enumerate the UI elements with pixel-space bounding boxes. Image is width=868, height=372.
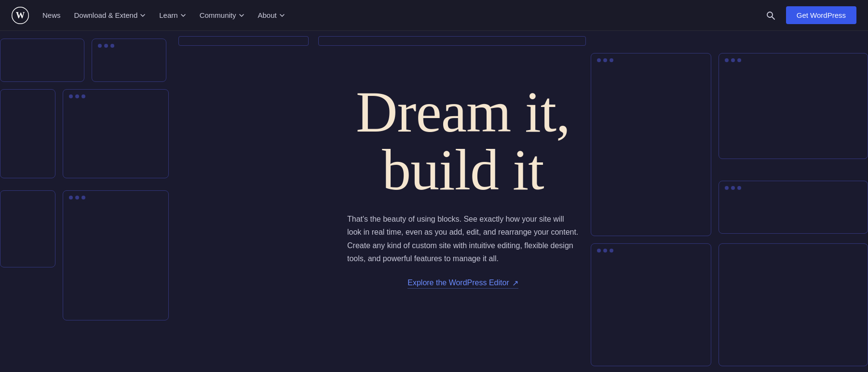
card-outline [0,89,55,178]
search-icon [766,11,775,20]
card-dots [725,186,741,190]
card-outline [591,243,711,366]
card-dot [603,58,607,62]
card-dot [731,186,735,190]
main-nav: W News Download & Extend Learn Community [0,0,868,31]
nav-item-about[interactable]: About [258,9,285,21]
chevron-down-icon [180,13,186,18]
hero-description: That's the beauty of using blocks. See e… [347,213,579,265]
card-dot [737,186,741,190]
hero-title: Dream it, build it [347,83,579,199]
search-button[interactable] [763,8,778,23]
hero-content: Dream it, build it That's the beauty of … [347,83,579,289]
card-dot [69,196,73,199]
card-dots [597,58,613,62]
card-dots [597,249,613,252]
card-outline [719,53,868,159]
card-dot [81,94,85,98]
card-dot [597,58,601,62]
card-dot [603,249,607,252]
card-dots [98,44,114,48]
card-dot [610,249,613,252]
nav-right: Get WordPress [763,6,856,24]
card-dot [731,58,735,62]
svg-line-3 [772,17,774,19]
chevron-down-icon [279,13,285,18]
card-outline [318,36,586,46]
card-dot [737,58,741,62]
card-outline [591,53,711,236]
card-outline [63,89,169,178]
card-dot [75,94,79,98]
card-outline [719,243,868,366]
chevron-down-icon [140,13,146,18]
nav-left: W News Download & Extend Learn Community [12,7,285,24]
card-outline [0,190,55,267]
card-dot [725,58,729,62]
card-dot [75,196,79,199]
wp-logo[interactable]: W [12,7,29,24]
card-outline [719,181,868,234]
card-dot [81,196,85,199]
card-dots [725,58,741,62]
svg-point-2 [767,12,773,17]
nav-item-download[interactable]: Download & Extend [74,9,146,21]
svg-text:W: W [16,10,25,20]
nav-item-learn[interactable]: Learn [159,9,186,21]
card-dot [610,58,613,62]
card-dot [69,94,73,98]
card-dot [98,44,102,48]
card-outline [178,36,309,46]
card-dot [110,44,114,48]
nav-item-community[interactable]: Community [200,9,244,21]
get-wordpress-button[interactable]: Get WordPress [786,6,856,24]
card-dot [597,249,601,252]
card-dot [725,186,729,190]
nav-item-news[interactable]: News [42,9,61,21]
card-dots [69,94,85,98]
hero-section: Dream it, build it That's the beauty of … [0,0,868,372]
card-dots [69,196,85,199]
external-link-icon: ↗ [512,279,518,288]
card-dot [104,44,108,48]
card-outline [92,39,166,82]
chevron-down-icon [239,13,244,18]
card-outline [63,190,169,320]
card-outline [0,39,84,82]
explore-editor-link[interactable]: Explore the WordPress Editor ↗ [407,279,518,289]
